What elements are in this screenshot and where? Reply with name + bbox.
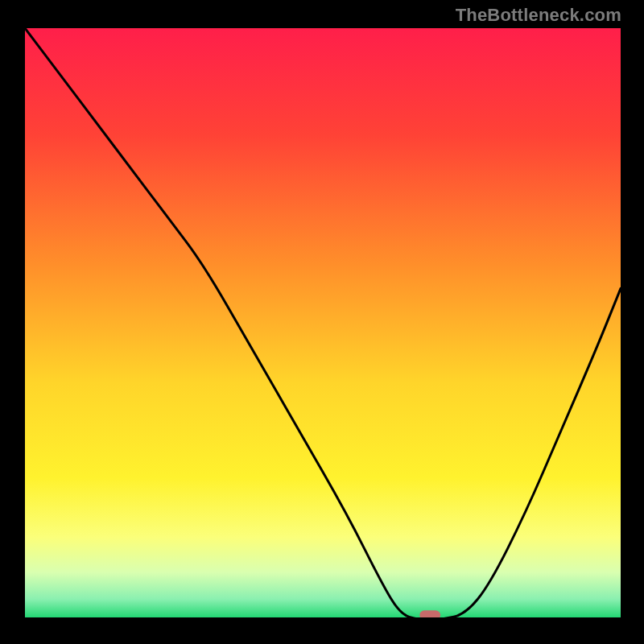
watermark-text: TheBottleneck.com [456, 5, 621, 26]
plot-svg [25, 28, 621, 620]
plot-area [25, 28, 621, 620]
chart-frame: TheBottleneck.com [0, 0, 644, 644]
gradient-background [25, 28, 621, 620]
